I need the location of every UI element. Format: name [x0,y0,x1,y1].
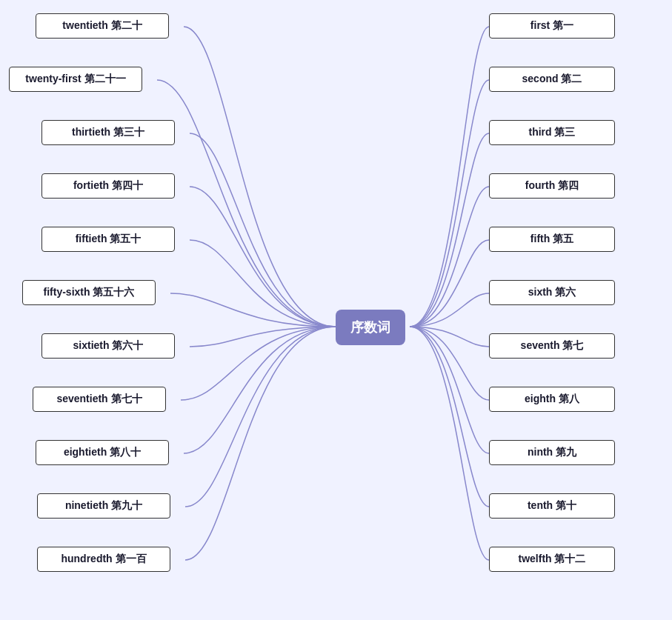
right-node-sixth: sixth 第六 [489,280,615,305]
right-node-fifth: fifth 第五 [489,227,615,252]
center-node: 序数词 [336,310,405,345]
left-node-eightieth: eightieth 第八十 [36,440,169,465]
right-node-first: first 第一 [489,13,615,39]
right-node-third: third 第三 [489,120,615,145]
left-node-hundredth: hundredth 第一百 [37,547,170,572]
connection-lines [0,0,672,620]
right-node-eighth: eighth 第八 [489,387,615,412]
left-node-thirtieth: thirtieth 第三十 [41,120,175,145]
mind-map: 序数词 first 第一second 第二third 第三fourth 第四fi… [0,0,672,620]
right-node-fourth: fourth 第四 [489,173,615,199]
left-node-ninetieth: ninetieth 第九十 [37,493,170,519]
left-node-twentieth: twentieth 第二十 [36,13,169,39]
left-node-fiftieth: fiftieth 第五十 [41,227,175,252]
right-node-tenth: tenth 第十 [489,493,615,519]
right-node-second: second 第二 [489,67,615,92]
right-node-twelfth: twelfth 第十二 [489,547,615,572]
right-node-ninth: ninth 第九 [489,440,615,465]
left-node-twenty-first: twenty-first 第二十一 [9,67,142,92]
right-node-seventh: seventh 第七 [489,333,615,359]
left-node-seventieth: seventieth 第七十 [33,387,166,412]
left-node-fifty-sixth: fifty-sixth 第五十六 [22,280,156,305]
left-node-fortieth: fortieth 第四十 [41,173,175,199]
left-node-sixtieth: sixtieth 第六十 [41,333,175,359]
